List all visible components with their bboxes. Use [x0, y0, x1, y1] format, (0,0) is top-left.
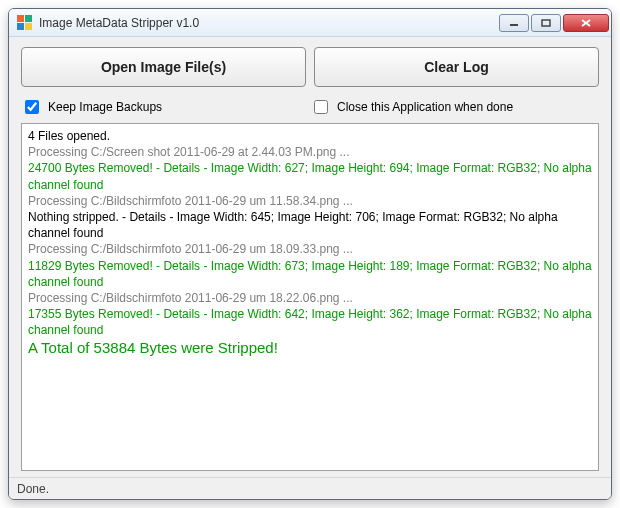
app-window: Image MetaData Stripper v1.0 Open Image …: [8, 8, 612, 500]
title-bar: Image MetaData Stripper v1.0: [9, 9, 611, 37]
log-line: Processing C:/Bildschirmfoto 2011-06-29 …: [28, 241, 592, 257]
log-line: Processing C:/Screen shot 2011-06-29 at …: [28, 144, 592, 160]
close-button[interactable]: [563, 14, 609, 32]
close-icon: [581, 19, 591, 27]
client-area: Open Image File(s) Clear Log Keep Image …: [9, 37, 611, 477]
log-line: 24700 Bytes Removed! - Details - Image W…: [28, 160, 592, 192]
window-title: Image MetaData Stripper v1.0: [39, 16, 499, 30]
window-controls: [499, 14, 609, 32]
maximize-icon: [541, 19, 551, 27]
status-text: Done.: [17, 482, 49, 496]
app-icon: [17, 15, 33, 31]
log-opened: 4 Files opened.: [28, 128, 592, 144]
minimize-button[interactable]: [499, 14, 529, 32]
close-when-done-option[interactable]: Close this Application when done: [310, 97, 599, 117]
status-bar: Done.: [9, 477, 611, 499]
log-box[interactable]: 4 Files opened. Processing C:/Screen sho…: [21, 123, 599, 471]
log-line: Nothing stripped. - Details - Image Widt…: [28, 209, 592, 241]
log-total: A Total of 53884 Bytes were Stripped!: [28, 338, 592, 358]
svg-rect-1: [542, 20, 550, 26]
button-row: Open Image File(s) Clear Log: [21, 47, 599, 87]
close-when-done-label: Close this Application when done: [337, 100, 513, 114]
log-line: 11829 Bytes Removed! - Details - Image W…: [28, 258, 592, 290]
keep-backups-checkbox[interactable]: [25, 100, 39, 114]
keep-backups-option[interactable]: Keep Image Backups: [21, 97, 310, 117]
options-row: Keep Image Backups Close this Applicatio…: [21, 97, 599, 117]
keep-backups-label: Keep Image Backups: [48, 100, 162, 114]
log-line: Processing C:/Bildschirmfoto 2011-06-29 …: [28, 193, 592, 209]
log-line: 17355 Bytes Removed! - Details - Image W…: [28, 306, 592, 338]
log-line: Processing C:/Bildschirmfoto 2011-06-29 …: [28, 290, 592, 306]
maximize-button[interactable]: [531, 14, 561, 32]
open-image-files-button[interactable]: Open Image File(s): [21, 47, 306, 87]
log-lines: Processing C:/Screen shot 2011-06-29 at …: [28, 144, 592, 338]
close-when-done-checkbox[interactable]: [314, 100, 328, 114]
clear-log-button[interactable]: Clear Log: [314, 47, 599, 87]
minimize-icon: [509, 19, 519, 27]
